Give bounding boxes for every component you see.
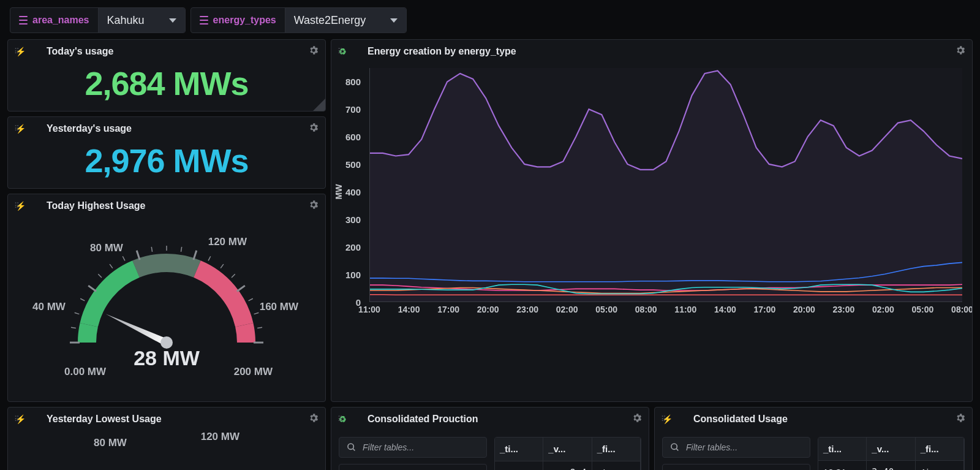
svg-line-14 (221, 264, 224, 268)
line-chart[interactable]: MW 0100200300400500600700800 11:0014:001… (331, 63, 972, 320)
svg-line-16 (237, 286, 245, 291)
table-cell: 10:31 ... (818, 461, 867, 470)
drag-handle-icon[interactable]: ⠿ (14, 47, 21, 56)
panel-todays-usage: ⠿ ⚡ Today's usage 2,684 MWs (7, 39, 326, 112)
table-header[interactable]: _v... (867, 438, 915, 461)
svg-line-5 (98, 274, 102, 278)
search-icon (670, 442, 680, 452)
x-tick: 11:00 (674, 305, 696, 314)
drag-handle-icon[interactable]: ⠿ (661, 415, 668, 423)
svg-line-2 (75, 313, 80, 314)
svg-point-23 (348, 444, 353, 449)
drag-handle-icon[interactable]: ⠿ (14, 202, 21, 210)
settings-icon[interactable] (955, 412, 966, 425)
x-tick: 23:00 (832, 305, 854, 314)
svg-line-24 (353, 449, 355, 450)
x-tick: 17:00 (753, 305, 775, 314)
x-tick: 05:00 (912, 305, 934, 314)
chevron-down-icon (390, 18, 398, 23)
gauge-tick-3: 120 MW (208, 236, 247, 248)
panel-energy-creation: ⠿ ♻ Energy creation by energy_type MW 01… (331, 39, 973, 402)
gauge-tick-partial-1: 120 MW (201, 431, 239, 443)
table-cell: 8.4 (543, 461, 592, 471)
todays-usage-value: 2,684 MWs (8, 63, 325, 111)
svg-line-1 (71, 327, 76, 328)
x-axis: 11:0014:0017:0020:0023:0002:0005:0008:00… (369, 305, 962, 318)
svg-point-25 (671, 444, 677, 449)
drag-handle-icon[interactable]: ⠿ (337, 47, 344, 56)
table-header[interactable]: _fi... (916, 438, 964, 461)
filter-tables-input[interactable]: Filter tables... (662, 437, 810, 458)
svg-line-9 (151, 247, 152, 252)
filter-energy-types-label-text: energy_types (213, 15, 276, 26)
filter-energy-types-label: energy_types (191, 8, 285, 32)
series-red-low (370, 295, 962, 295)
svg-marker-21 (104, 311, 168, 346)
filter-area-names-value: Kahuku (107, 14, 145, 27)
filter-icon (19, 16, 28, 25)
settings-icon[interactable] (308, 45, 319, 58)
field-row[interactable]: _field = Airport (663, 464, 810, 470)
resize-handle-icon[interactable] (313, 99, 325, 111)
gauge: 0.00 MW 40 MW 80 MW 120 MW 160 MW 200 MW… (8, 218, 325, 401)
filter-area-names-label-text: area_names (32, 15, 89, 26)
svg-line-15 (232, 274, 235, 278)
svg-line-7 (123, 256, 125, 260)
y-tick: 200 (345, 242, 361, 252)
y-tick: 500 (345, 159, 361, 170)
table-header[interactable]: _ti... (818, 438, 867, 461)
yesterdays-usage-value: 2,976 MWs (8, 140, 325, 188)
panel-title: Today's usage (47, 46, 113, 57)
y-tick: 100 (345, 270, 361, 280)
panel-title: Consolidated Usage (693, 414, 788, 425)
svg-line-18 (254, 313, 259, 314)
filter-area-names: area_names Kahuku (10, 7, 186, 33)
x-tick: 05:00 (595, 305, 617, 314)
plot-area (369, 68, 962, 302)
svg-line-11 (181, 247, 181, 252)
table-cell: 10:31 ... (495, 461, 543, 471)
table-header[interactable]: _v... (543, 438, 592, 461)
panel-yesterday-lowest-usage: ⠿ ⚡ Yesterday Lowest Usage 80 MW 120 MW (7, 407, 326, 470)
svg-line-6 (110, 264, 113, 268)
field-row[interactable]: _field = BioFuel (339, 464, 486, 470)
x-tick: 02:00 (556, 305, 578, 314)
filter-energy-types-value: Waste2Energy (294, 14, 366, 27)
gauge-tick-4: 160 MW (260, 301, 298, 313)
svg-line-13 (208, 256, 211, 260)
filter-placeholder: Filter tables... (363, 442, 414, 452)
panel-consolidated-production: ⠿ ♻ Consolidated Prouction Filter tables… (331, 407, 649, 470)
filter-area-names-select[interactable]: Kahuku (99, 8, 185, 32)
x-tick: 17:00 (437, 305, 459, 314)
y-axis: 0100200300400500600700800 (340, 68, 364, 302)
svg-line-4 (88, 286, 96, 291)
x-tick: 23:00 (516, 305, 538, 314)
data-table: _ti..._v..._fi...10:31 ...8.4BioF...11:0… (494, 437, 641, 470)
x-tick: 14:00 (398, 305, 420, 314)
panel-consolidated-usage: ⠿ ⚡ Consolidated Usage Filter tables... … (654, 407, 973, 470)
drag-handle-icon[interactable]: ⠿ (14, 124, 21, 133)
table-cell: 3.40... (867, 461, 915, 470)
table-header[interactable]: _fi... (592, 438, 641, 461)
filter-icon (200, 16, 208, 25)
search-icon (347, 442, 356, 452)
table-header[interactable]: _ti... (495, 438, 543, 461)
filter-energy-types: energy_types Waste2Energy (190, 7, 407, 33)
gauge-value: 28 MW (14, 346, 319, 370)
settings-icon[interactable] (308, 122, 319, 135)
settings-icon[interactable] (308, 199, 319, 212)
filter-tables-input[interactable]: Filter tables... (339, 437, 487, 458)
settings-icon[interactable] (308, 412, 319, 425)
gauge-tick-0: 0.00 MW (64, 366, 106, 378)
filter-energy-types-select[interactable]: Waste2Energy (285, 8, 406, 32)
drag-handle-icon[interactable]: ⠿ (14, 415, 21, 423)
settings-icon[interactable] (955, 45, 966, 58)
drag-handle-icon[interactable]: ⠿ (337, 415, 344, 423)
variable-filters-bar: area_names Kahuku energy_types Waste2Ene… (0, 0, 980, 39)
field-list: _field = Airport_field = Central/Wahiawa (662, 464, 810, 470)
panel-yesterdays-usage: ⠿ ⚡ Yesterday's usage 2,976 MWs (7, 116, 326, 189)
settings-icon[interactable] (631, 412, 643, 425)
data-table: _ti..._v..._fi...10:31 ...3.40...Airpo..… (818, 437, 965, 470)
filter-area-names-label: area_names (10, 8, 99, 32)
panel-title: Yesterday Lowest Usage (47, 414, 162, 425)
